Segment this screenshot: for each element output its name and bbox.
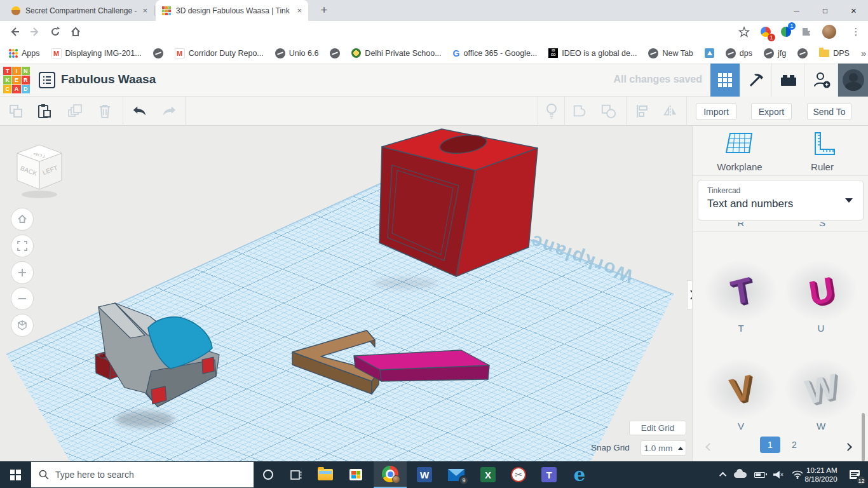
- home-icon[interactable]: [67, 24, 84, 40]
- copy-icon[interactable]: [8, 104, 24, 119]
- volume-tray-icon[interactable]: ×: [769, 461, 788, 488]
- shape-item-V[interactable]: V: [703, 357, 779, 421]
- workplane-tool-button[interactable]: Workplane: [712, 131, 768, 172]
- page-2-button[interactable]: 2: [788, 440, 801, 450]
- perspective-toggle-button[interactable]: [11, 314, 34, 337]
- extension-icon-1[interactable]: 1: [757, 24, 774, 40]
- window-minimize-button[interactable]: ─: [782, 0, 811, 21]
- mirror-icon[interactable]: [663, 104, 678, 119]
- properties-icon[interactable]: [38, 71, 56, 92]
- file-explorer-button[interactable]: [310, 461, 341, 488]
- microsoft-store-button[interactable]: [341, 461, 371, 488]
- shape-item-U[interactable]: U: [783, 259, 859, 323]
- object-magenta-slab[interactable]: [354, 350, 489, 381]
- cortana-button[interactable]: [254, 461, 282, 488]
- bookmark-star-icon[interactable]: [736, 24, 752, 40]
- taskbar-search-input[interactable]: Type here to search: [31, 461, 254, 488]
- bookmark-item[interactable]: [153, 48, 163, 58]
- tab-close-icon[interactable]: ×: [297, 6, 302, 15]
- ungroup-icon[interactable]: [601, 104, 616, 119]
- extension-icon-3[interactable]: [798, 24, 815, 40]
- bookmark-item[interactable]: MCorridor Duty Repo...: [175, 48, 264, 58]
- task-view-button[interactable]: [282, 461, 310, 488]
- chrome-taskbar-button[interactable]: [374, 461, 407, 488]
- snipping-tool-button[interactable]: ✂: [503, 461, 534, 488]
- bookmark-item[interactable]: jfg: [764, 48, 786, 58]
- object-chair[interactable]: [95, 303, 219, 407]
- snap-grid-dropdown[interactable]: 1.0 mm: [641, 440, 686, 456]
- duplicate-icon[interactable]: [67, 104, 83, 119]
- page-prev-button[interactable]: [707, 441, 712, 452]
- edge-button[interactable]: e: [564, 461, 595, 488]
- edit-grid-button[interactable]: Edit Grid: [629, 421, 686, 435]
- bookmark-apps[interactable]: Apps: [9, 49, 40, 58]
- zoom-out-button[interactable]: [11, 287, 34, 310]
- home-view-button[interactable]: [11, 208, 34, 231]
- battery-tray-icon[interactable]: [750, 461, 769, 488]
- redo-icon[interactable]: [162, 104, 177, 119]
- bookmark-item[interactable]: [705, 48, 714, 58]
- object-red-box[interactable]: [379, 129, 538, 276]
- mail-button[interactable]: 9: [440, 461, 473, 488]
- fit-view-button[interactable]: [11, 234, 34, 257]
- dashboard-grid-button[interactable]: [710, 64, 740, 97]
- action-center-button[interactable]: 12: [841, 461, 868, 488]
- edge-icon: e: [574, 466, 585, 483]
- page-next-button[interactable]: [845, 441, 851, 452]
- zoom-in-button[interactable]: [11, 261, 34, 284]
- bookmark-item[interactable]: Goffice 365 - Google...: [453, 48, 538, 58]
- shape-item-W[interactable]: W: [783, 357, 859, 421]
- tab-close-icon[interactable]: ×: [142, 6, 147, 15]
- share-invite-button[interactable]: [804, 64, 837, 97]
- group-icon[interactable]: [573, 104, 588, 119]
- export-button[interactable]: Export: [751, 103, 792, 120]
- panel-scrollbar[interactable]: [862, 413, 865, 461]
- bookmark-item[interactable]: [330, 48, 340, 58]
- browser-menu-icon[interactable]: ⋮: [848, 24, 864, 40]
- align-icon[interactable]: [635, 104, 650, 119]
- shape-category-dropdown[interactable]: Tinkercad Text and numbers: [698, 180, 864, 220]
- design-title[interactable]: Fabulous Waasa: [61, 72, 156, 86]
- back-icon[interactable]: [6, 24, 23, 40]
- tray-expand-button[interactable]: [715, 461, 732, 488]
- new-tab-button[interactable]: +: [315, 0, 334, 21]
- browser-tab-active[interactable]: 3D design Fabulous Waasa | Tink ×: [156, 0, 308, 21]
- teams-button[interactable]: T: [534, 461, 564, 488]
- clock-tray[interactable]: 10:21 AM8/18/2020: [802, 461, 840, 488]
- window-close-button[interactable]: ×: [839, 0, 868, 21]
- bookmark-item[interactable]: Unio 6.6: [275, 48, 319, 58]
- bookmark-item[interactable]: MDisplaying IMG-201...: [51, 48, 142, 58]
- bookmark-item[interactable]: New Tab: [648, 48, 693, 58]
- shape-item-T[interactable]: T: [703, 259, 779, 323]
- bookmark-item[interactable]: [797, 48, 808, 58]
- page-1-button[interactable]: 1: [760, 437, 780, 453]
- viewport-3d[interactable]: Workplane: [0, 126, 692, 461]
- window-maximize-button[interactable]: □: [811, 0, 839, 21]
- show-all-icon[interactable]: [544, 104, 559, 119]
- onedrive-tray-icon[interactable]: [731, 461, 750, 488]
- bookmark-folder[interactable]: DPS: [819, 49, 850, 58]
- minecraft-export-button[interactable]: [740, 64, 771, 97]
- tinkercad-logo[interactable]: T I N K E R C A D: [3, 66, 31, 94]
- browser-tab-inactive[interactable]: Secret Compartment Challenge - ×: [5, 0, 154, 21]
- lego-export-button[interactable]: [771, 64, 804, 97]
- bookmarks-overflow[interactable]: »: [861, 48, 866, 58]
- forward-icon[interactable]: [27, 24, 43, 40]
- extension-icon-2[interactable]: 1: [778, 24, 794, 40]
- import-button[interactable]: Import: [696, 103, 736, 120]
- bookmark-item[interactable]: Delhi Private Schoo...: [351, 48, 441, 58]
- ruler-tool-button[interactable]: Ruler: [794, 131, 850, 172]
- delete-icon[interactable]: [97, 104, 112, 119]
- bookmark-item[interactable]: dps: [726, 48, 752, 58]
- profile-avatar[interactable]: [821, 24, 837, 40]
- paste-icon[interactable]: [37, 104, 52, 119]
- excel-button[interactable]: X: [473, 461, 503, 488]
- undo-icon[interactable]: [132, 104, 147, 119]
- view-cube[interactable]: TOP BACK LEFT: [13, 141, 67, 205]
- start-button[interactable]: [0, 461, 31, 488]
- reload-icon[interactable]: [47, 24, 64, 40]
- bookmark-item[interactable]: IDEOIDEO is a global de...: [548, 48, 637, 58]
- send-to-button[interactable]: Send To: [807, 103, 851, 120]
- account-avatar[interactable]: [837, 64, 868, 97]
- word-button[interactable]: W: [409, 461, 440, 488]
